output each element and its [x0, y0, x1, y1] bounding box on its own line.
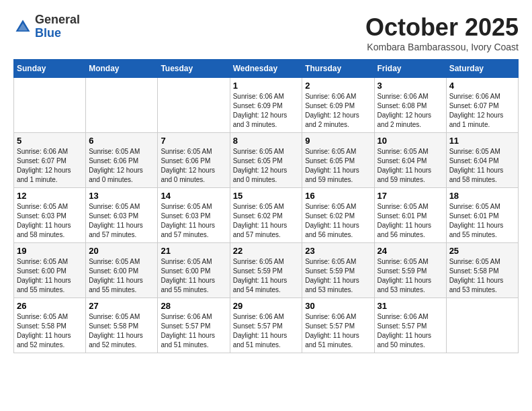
calendar-cell: 8Sunrise: 6:05 AMSunset: 6:05 PMDaylight…: [230, 133, 302, 188]
day-number: 2: [305, 81, 371, 91]
day-info: Sunrise: 6:05 AMSunset: 5:59 PMDaylight:…: [305, 257, 371, 295]
day-number: 5: [17, 136, 83, 146]
day-number: 23: [305, 246, 371, 256]
calendar-cell: 19Sunrise: 6:05 AMSunset: 6:00 PMDayligh…: [14, 243, 86, 298]
calendar-cell: 21Sunrise: 6:05 AMSunset: 6:00 PMDayligh…: [158, 243, 230, 298]
day-info: Sunrise: 6:05 AMSunset: 6:01 PMDaylight:…: [449, 202, 515, 240]
day-info: Sunrise: 6:06 AMSunset: 6:09 PMDaylight:…: [233, 92, 300, 130]
calendar-cell: 29Sunrise: 6:06 AMSunset: 5:57 PMDayligh…: [230, 298, 302, 353]
day-info: Sunrise: 6:06 AMSunset: 5:57 PMDaylight:…: [378, 312, 443, 350]
calendar-cell: [158, 78, 230, 133]
calendar-cell: 24Sunrise: 6:05 AMSunset: 5:59 PMDayligh…: [374, 243, 446, 298]
calendar-cell: 30Sunrise: 6:06 AMSunset: 5:57 PMDayligh…: [302, 298, 374, 353]
calendar-week-3: 12Sunrise: 6:05 AMSunset: 6:03 PMDayligh…: [14, 188, 519, 243]
calendar-cell: 23Sunrise: 6:05 AMSunset: 5:59 PMDayligh…: [302, 243, 374, 298]
day-number: 20: [89, 246, 154, 256]
weekday-header-friday: Friday: [374, 60, 446, 78]
day-info: Sunrise: 6:06 AMSunset: 5:57 PMDaylight:…: [305, 312, 371, 350]
day-number: 7: [161, 136, 226, 146]
calendar-cell: 27Sunrise: 6:05 AMSunset: 5:58 PMDayligh…: [86, 298, 158, 353]
day-info: Sunrise: 6:05 AMSunset: 5:59 PMDaylight:…: [378, 257, 443, 295]
calendar-cell: 12Sunrise: 6:05 AMSunset: 6:03 PMDayligh…: [14, 188, 86, 243]
day-info: Sunrise: 6:05 AMSunset: 5:59 PMDaylight:…: [233, 257, 300, 295]
day-info: Sunrise: 6:06 AMSunset: 5:57 PMDaylight:…: [161, 312, 226, 350]
day-info: Sunrise: 6:05 AMSunset: 6:02 PMDaylight:…: [233, 202, 300, 240]
day-number: 11: [449, 136, 515, 146]
calendar-table: SundayMondayTuesdayWednesdayThursdayFrid…: [13, 59, 519, 353]
calendar-cell: 11Sunrise: 6:05 AMSunset: 6:04 PMDayligh…: [446, 133, 518, 188]
day-number: 14: [161, 191, 226, 201]
day-info: Sunrise: 6:05 AMSunset: 5:58 PMDaylight:…: [449, 257, 515, 295]
calendar-week-2: 5Sunrise: 6:06 AMSunset: 6:07 PMDaylight…: [14, 133, 519, 188]
logo-icon: [13, 17, 32, 36]
day-number: 27: [89, 301, 154, 311]
calendar-cell: 26Sunrise: 6:05 AMSunset: 5:58 PMDayligh…: [14, 298, 86, 353]
location-subtitle: Kombara Bambarassou, Ivory Coast: [365, 42, 519, 52]
day-number: 15: [233, 191, 300, 201]
page-header: General Blue October 2025 Kombara Bambar…: [13, 13, 519, 52]
day-number: 30: [305, 301, 371, 311]
day-number: 26: [17, 301, 83, 311]
day-info: Sunrise: 6:05 AMSunset: 6:03 PMDaylight:…: [89, 202, 154, 240]
calendar-week-4: 19Sunrise: 6:05 AMSunset: 6:00 PMDayligh…: [14, 243, 519, 298]
calendar-cell: 25Sunrise: 6:05 AMSunset: 5:58 PMDayligh…: [446, 243, 518, 298]
day-info: Sunrise: 6:05 AMSunset: 6:03 PMDaylight:…: [161, 202, 226, 240]
day-info: Sunrise: 6:05 AMSunset: 6:00 PMDaylight:…: [89, 257, 154, 295]
calendar-cell: 5Sunrise: 6:06 AMSunset: 6:07 PMDaylight…: [14, 133, 86, 188]
weekday-header-thursday: Thursday: [302, 60, 374, 78]
day-info: Sunrise: 6:05 AMSunset: 6:05 PMDaylight:…: [305, 147, 371, 185]
day-number: 17: [378, 191, 443, 201]
day-number: 18: [449, 191, 515, 201]
title-block: October 2025 Kombara Bambarassou, Ivory …: [365, 13, 519, 52]
day-info: Sunrise: 6:05 AMSunset: 5:58 PMDaylight:…: [89, 312, 154, 350]
day-info: Sunrise: 6:05 AMSunset: 6:05 PMDaylight:…: [233, 147, 300, 185]
day-info: Sunrise: 6:06 AMSunset: 6:07 PMDaylight:…: [449, 92, 515, 130]
day-number: 12: [17, 191, 83, 201]
calendar-cell: 9Sunrise: 6:05 AMSunset: 6:05 PMDaylight…: [302, 133, 374, 188]
weekday-header-monday: Monday: [86, 60, 158, 78]
day-info: Sunrise: 6:06 AMSunset: 5:57 PMDaylight:…: [233, 312, 300, 350]
day-info: Sunrise: 6:05 AMSunset: 6:01 PMDaylight:…: [378, 202, 443, 240]
day-number: 25: [449, 246, 515, 256]
day-info: Sunrise: 6:05 AMSunset: 6:00 PMDaylight:…: [161, 257, 226, 295]
calendar-cell: 17Sunrise: 6:05 AMSunset: 6:01 PMDayligh…: [374, 188, 446, 243]
day-number: 9: [305, 136, 371, 146]
calendar-week-1: 1Sunrise: 6:06 AMSunset: 6:09 PMDaylight…: [14, 78, 519, 133]
calendar-cell: 6Sunrise: 6:05 AMSunset: 6:06 PMDaylight…: [86, 133, 158, 188]
month-title: October 2025: [365, 13, 519, 42]
day-number: 31: [378, 301, 443, 311]
day-number: 24: [378, 246, 443, 256]
calendar-cell: [86, 78, 158, 133]
weekday-header-tuesday: Tuesday: [158, 60, 230, 78]
calendar-cell: 31Sunrise: 6:06 AMSunset: 5:57 PMDayligh…: [374, 298, 446, 353]
calendar-cell: 4Sunrise: 6:06 AMSunset: 6:07 PMDaylight…: [446, 78, 518, 133]
calendar-cell: [446, 298, 518, 353]
day-info: Sunrise: 6:05 AMSunset: 6:04 PMDaylight:…: [449, 147, 515, 185]
calendar-header: SundayMondayTuesdayWednesdayThursdayFrid…: [14, 60, 519, 78]
weekday-row: SundayMondayTuesdayWednesdayThursdayFrid…: [14, 60, 519, 78]
calendar-cell: 7Sunrise: 6:05 AMSunset: 6:06 PMDaylight…: [158, 133, 230, 188]
day-info: Sunrise: 6:05 AMSunset: 6:00 PMDaylight:…: [17, 257, 83, 295]
weekday-header-saturday: Saturday: [446, 60, 518, 78]
day-number: 4: [449, 81, 515, 91]
logo-blue: Blue: [35, 27, 80, 40]
day-number: 10: [378, 136, 443, 146]
calendar-cell: 22Sunrise: 6:05 AMSunset: 5:59 PMDayligh…: [230, 243, 302, 298]
day-info: Sunrise: 6:05 AMSunset: 6:06 PMDaylight:…: [89, 147, 154, 185]
calendar-cell: 28Sunrise: 6:06 AMSunset: 5:57 PMDayligh…: [158, 298, 230, 353]
day-info: Sunrise: 6:05 AMSunset: 6:04 PMDaylight:…: [378, 147, 443, 185]
calendar-cell: 2Sunrise: 6:06 AMSunset: 6:09 PMDaylight…: [302, 78, 374, 133]
calendar-cell: [14, 78, 86, 133]
calendar-cell: 20Sunrise: 6:05 AMSunset: 6:00 PMDayligh…: [86, 243, 158, 298]
logo: General Blue: [13, 13, 80, 40]
calendar-cell: 3Sunrise: 6:06 AMSunset: 6:08 PMDaylight…: [374, 78, 446, 133]
calendar-body: 1Sunrise: 6:06 AMSunset: 6:09 PMDaylight…: [14, 78, 519, 353]
day-info: Sunrise: 6:05 AMSunset: 6:02 PMDaylight:…: [305, 202, 371, 240]
day-number: 28: [161, 301, 226, 311]
day-info: Sunrise: 6:05 AMSunset: 5:58 PMDaylight:…: [17, 312, 83, 350]
day-info: Sunrise: 6:06 AMSunset: 6:08 PMDaylight:…: [378, 92, 443, 130]
day-number: 22: [233, 246, 300, 256]
weekday-header-wednesday: Wednesday: [230, 60, 302, 78]
calendar-cell: 13Sunrise: 6:05 AMSunset: 6:03 PMDayligh…: [86, 188, 158, 243]
day-number: 1: [233, 81, 300, 91]
